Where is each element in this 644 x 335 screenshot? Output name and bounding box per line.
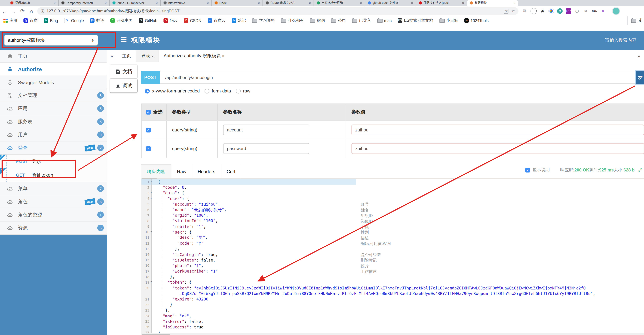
send-button[interactable]: 发 (636, 71, 644, 84)
sidebar-item-Swagger Models[interactable]: Swagger Models (0, 76, 106, 89)
editor-hscrollbar[interactable] (142, 333, 644, 335)
tab-close-icon[interactable]: × (105, 1, 106, 5)
asterisk-icon[interactable]: ✳ (600, 8, 606, 14)
bookmark-item[interactable]: C开源中国 (110, 18, 132, 23)
bookmark-folder[interactable]: 公司 (331, 18, 346, 23)
url-bar[interactable]: ⓘ 127.0.0.1:8760/api/gate/doc.html#/auth… (37, 7, 518, 15)
fold-caret-icon[interactable]: ▾ (150, 281, 152, 284)
tab-close-icon[interactable]: × (156, 1, 158, 5)
bookmark-item[interactable]: G码云 (164, 18, 178, 23)
bookmark-item[interactable]: GGoogle (64, 18, 84, 23)
globe-icon[interactable]: ⊕ (557, 8, 562, 14)
bookmark-item[interactable]: 百百度 (24, 18, 38, 23)
browser-tab[interactable]: Temporary Interacti× (59, 0, 110, 6)
fold-caret-icon[interactable]: ▾ (150, 197, 152, 200)
tab-close-icon[interactable]: × (411, 1, 413, 5)
service-select[interactable]: authority-权限模块 ▲▼ (4, 35, 98, 46)
tab-close-icon[interactable]: × (152, 54, 154, 58)
response-tab-Raw[interactable]: Raw (172, 164, 192, 178)
row-checkbox[interactable]: ✓ (146, 128, 151, 132)
sidebar-item-用户[interactable]: API用户9 (0, 128, 106, 142)
content-type-radio-form-data[interactable]: form-data (204, 88, 231, 94)
response-tab-Curl[interactable]: Curl (221, 164, 241, 178)
param-value-input[interactable]: zuihou (352, 124, 644, 135)
bookmark-item[interactable]: GGitHub (139, 18, 157, 23)
sidebar-item-登录[interactable]: API登录NEW2 (0, 142, 106, 154)
translate-icon[interactable]: 文 (504, 8, 508, 14)
bookmark-folder[interactable]: 微信 (310, 18, 325, 23)
browser-tab[interactable]: github pack 文件夹× (365, 0, 416, 6)
content-tab-主页[interactable]: 主页 (117, 50, 136, 62)
editor-hscrollbar-thumb[interactable] (142, 334, 170, 335)
chrome-icon[interactable] (548, 8, 554, 14)
tab-close-icon[interactable]: × (462, 1, 464, 5)
browser-tab[interactable]: 登录/doc.h× (8, 0, 59, 6)
profile-avatar[interactable] (612, 7, 620, 15)
tabs-scroll-right-icon[interactable]: » (634, 50, 644, 62)
panel-tab-调试[interactable]: 调试 (110, 79, 138, 93)
url-text[interactable]: 127.0.0.1:8760/api/gate/doc.html#/author… (46, 8, 501, 14)
response-tab-响应内容[interactable]: 响应内容 (142, 164, 172, 178)
menu-toggle-icon[interactable]: ☰ (121, 36, 127, 44)
bookmark-item[interactable]: 译翻译 (90, 18, 104, 23)
sidebar-item-角色的资源[interactable]: API角色的资源1 (0, 208, 106, 222)
tab-close-icon[interactable]: × (207, 1, 209, 5)
sidebar-item-文档管理[interactable]: 文档管理3 (0, 89, 106, 102)
translate-ext-icon[interactable]: 译 (522, 8, 528, 14)
header-search-input[interactable]: 请输入搜索内容 (605, 37, 636, 44)
sidebar-item-应用[interactable]: API应用5 (0, 102, 106, 115)
bookmark-folder[interactable]: 什么都有 (281, 18, 304, 23)
param-value-input[interactable]: zuihou (352, 143, 644, 154)
content-type-radio-x-www-form-urlencoded[interactable]: x-www-form-urlencoded (145, 88, 200, 94)
back-icon[interactable]: ← (0, 8, 9, 14)
content-tab-Authorize-authority-权限模块[interactable]: Authorize-authority-权限模块× (159, 50, 230, 62)
bookmark-folder[interactable]: 已导入 (352, 18, 371, 23)
sidebar-item-主页[interactable]: 主页 (0, 50, 106, 63)
param-name-input[interactable]: password (223, 143, 310, 154)
tab-close-icon[interactable]: × (309, 1, 311, 5)
sidebar-item-Authorize[interactable]: Authorize (0, 63, 106, 76)
forward-icon[interactable]: → (9, 8, 18, 14)
en-dict-icon[interactable]: 英 (540, 8, 545, 14)
sidebar-item-服务表[interactable]: API服务表6 (0, 115, 106, 128)
sidebar-item-菜单[interactable]: API菜单7 (0, 182, 106, 195)
ring-icon[interactable]: ◯ (574, 8, 580, 14)
request-url-field[interactable]: /api/authority/anno/login (160, 71, 638, 84)
browser-tab[interactable]: 权限模块× (467, 0, 518, 6)
rp-icon[interactable]: RP (566, 8, 571, 14)
sidebar-item-角色[interactable]: API角色NEW8 (0, 195, 106, 208)
bookmark-folder[interactable]: mac (377, 18, 392, 22)
fold-caret-icon[interactable]: ▾ (150, 230, 152, 233)
tab-close-icon[interactable]: × (360, 1, 362, 5)
bookmark-item[interactable]: ESES搜索引擎文档 (398, 18, 433, 23)
fold-caret-icon[interactable]: ▾ (150, 191, 152, 194)
fold-caret-icon[interactable]: ▾ (150, 180, 152, 183)
bookmark-folder[interactable]: 小目标 (439, 18, 458, 23)
param-name-input[interactable]: account (223, 124, 310, 135)
bookmark-item[interactable]: 应用 (4, 18, 17, 23)
content-type-radio-raw[interactable]: raw (236, 88, 250, 94)
content-tab-登录[interactable]: 登录× (136, 50, 159, 62)
gitzip-icon[interactable]: GitZip (592, 8, 597, 14)
panel-tab-文档[interactable]: 文档 (110, 64, 138, 79)
bookmarks-overflow[interactable]: 其 (627, 16, 642, 25)
browser-tab[interactable]: 团队文件夹A (pack× (416, 0, 467, 6)
m-shield-icon[interactable]: M (583, 8, 588, 14)
bookmark-folder[interactable]: 学习资料 (252, 18, 275, 23)
tab-close-icon[interactable]: × (54, 1, 56, 5)
browser-tab[interactable]: Zuha - Gumpserver× (110, 0, 161, 6)
response-tab-Headers[interactable]: Headers (192, 164, 221, 178)
bookmark-item[interactable]: 10241024Tools (464, 18, 488, 23)
capture-icon[interactable] (530, 8, 537, 14)
tab-close-icon[interactable]: × (258, 1, 260, 5)
response-body-editor[interactable]: 1▾{2"code": 0,3▾"data": {4▾"user": {5"ac… (142, 179, 644, 335)
select-all-checkbox[interactable]: ✓ (146, 110, 151, 114)
page-info-icon[interactable]: ⓘ (41, 8, 44, 14)
home-icon[interactable]: ⌂ (27, 8, 36, 14)
browser-tab[interactable]: 自家水冷外设选× (314, 0, 365, 6)
bookmark-item[interactable]: bBing (44, 18, 58, 23)
bookmark-star-icon[interactable]: ☆ (511, 9, 515, 14)
sidebar-item-post-登录[interactable]: NEWPOST登录 (0, 154, 106, 168)
browser-tab[interactable]: https://cnblo× (161, 0, 212, 6)
bookmark-item[interactable]: ✎笔记 (232, 18, 246, 23)
